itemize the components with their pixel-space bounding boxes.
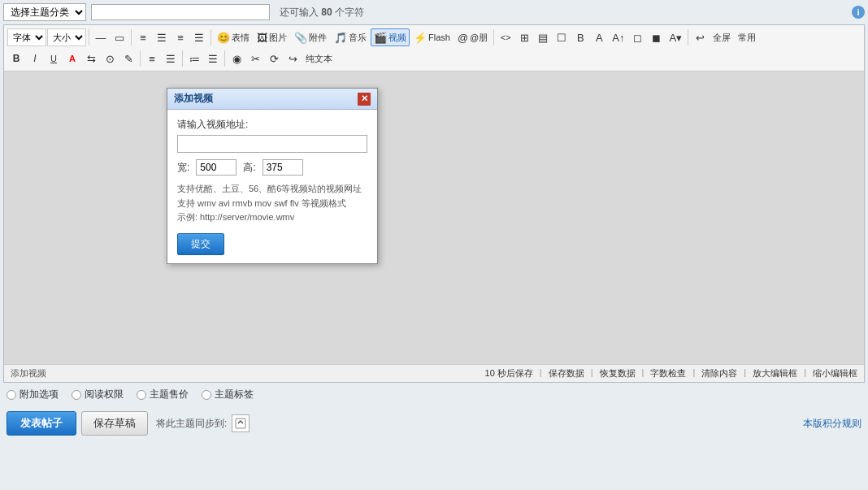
height-label: 高: <box>243 161 255 175</box>
more-btn2[interactable]: B <box>571 28 589 46</box>
draft-button[interactable]: 保存草稿 <box>81 411 148 436</box>
undo-button[interactable]: ↩ <box>691 28 709 46</box>
char-count-number: 80 <box>321 7 332 18</box>
fullscreen-label: 全屏 <box>713 32 731 44</box>
table-button[interactable]: ⊞ <box>515 28 533 46</box>
format-btn3[interactable]: ✎ <box>119 50 137 67</box>
align-right-button[interactable]: ≡ <box>171 28 189 46</box>
code-button[interactable]: <> <box>497 28 514 46</box>
align-left-icon: ≡ <box>140 33 146 43</box>
option-add-options[interactable]: 附加选项 <box>7 388 59 401</box>
more-btn6[interactable]: ◼ <box>647 28 665 46</box>
restore-data-link[interactable]: 恢复数据 <box>600 367 636 379</box>
modal-info: 支持优酷、土豆、56、酷6等视频站的视频网址 支持 wmv avi rmvb m… <box>177 182 367 225</box>
title-input[interactable] <box>91 4 270 20</box>
music-label: 音乐 <box>349 32 367 44</box>
editor-body[interactable]: 添加视频 ✕ 请输入视频地址: 宽: 高: 支持优酷、土豆、56、酷6等视频站的… <box>4 72 864 364</box>
more-btn5[interactable]: ◻ <box>628 28 646 46</box>
emoticon-label: 表情 <box>232 32 250 44</box>
word-check-link[interactable]: 字数检查 <box>650 367 686 379</box>
box-icon: ▭ <box>115 33 124 43</box>
more-btn4[interactable]: A↑ <box>609 28 627 46</box>
more-btn1[interactable]: ☐ <box>553 28 571 46</box>
music-button[interactable]: 🎵 音乐 <box>331 28 370 46</box>
video-url-input[interactable] <box>177 135 367 153</box>
more-row2-1[interactable]: ◉ <box>228 50 245 67</box>
format-btn2[interactable]: ⊙ <box>101 50 119 67</box>
shrink-editor-link[interactable]: 缩小编辑框 <box>813 367 857 379</box>
expand-editor-link[interactable]: 放大编辑框 <box>753 367 797 379</box>
align-left-button[interactable]: ≡ <box>134 28 152 46</box>
list-ul-button[interactable]: ☰ <box>204 50 222 67</box>
color-icon: A <box>69 54 76 63</box>
option-topic-price[interactable]: 主题售价 <box>137 388 189 401</box>
modal-header: 添加视频 ✕ <box>167 89 377 110</box>
image-button[interactable]: 🖼 图片 <box>254 28 290 46</box>
auto-save-link[interactable]: 10 秒后保存 <box>485 367 533 379</box>
modal-title: 添加视频 <box>174 92 213 106</box>
fullscreen-button[interactable]: 全屏 <box>710 28 734 46</box>
table-icon: ⊞ <box>520 33 529 43</box>
sep3 <box>210 29 211 46</box>
undo-icon: ↩ <box>696 33 705 43</box>
bold-button[interactable]: B <box>7 50 25 67</box>
size-select[interactable]: 大小 <box>47 28 86 46</box>
sync-label: 将此主题同步到: <box>156 417 227 431</box>
plain-text-button[interactable]: 纯文本 <box>302 50 336 67</box>
align-justify-icon: ☰ <box>194 33 204 43</box>
font-select[interactable]: 字体 <box>7 28 46 46</box>
modal-close-button[interactable]: ✕ <box>358 93 371 106</box>
url-label: 请输入视频地址: <box>177 118 367 132</box>
option-topic-tags-label: 主题标签 <box>215 388 254 401</box>
option-topic-tags[interactable]: 主题标签 <box>202 388 254 401</box>
list-ol-button[interactable]: ≔ <box>185 50 203 67</box>
color-button[interactable]: A <box>63 50 81 67</box>
align-left2-button[interactable]: ≡ <box>143 50 161 67</box>
modal-submit-button[interactable]: 提交 <box>177 233 224 255</box>
attach-label: 附件 <box>309 32 327 44</box>
underline-button[interactable]: U <box>45 50 63 67</box>
radio-topic-tags <box>202 390 211 400</box>
height-input[interactable] <box>263 159 303 176</box>
more-row2-3[interactable]: ⟳ <box>265 50 283 67</box>
sync-icon-button[interactable] <box>232 414 250 432</box>
video-label: 视频 <box>388 32 406 44</box>
redo-button[interactable]: ↪ <box>284 50 302 67</box>
emoticon-button[interactable]: 😊 表情 <box>214 28 253 46</box>
sep4 <box>493 29 494 46</box>
more-btn3[interactable]: A <box>590 28 608 46</box>
score-link[interactable]: 本版积分规则 <box>803 417 861 431</box>
box-button[interactable]: ▭ <box>111 28 128 46</box>
align-justify-button[interactable]: ☰ <box>190 28 208 46</box>
image-label: 图片 <box>269 32 287 44</box>
option-read-rights[interactable]: 阅读权限 <box>72 388 124 401</box>
width-label: 宽: <box>177 161 189 175</box>
at-button[interactable]: @ @朋 <box>454 28 491 46</box>
category-select[interactable]: 选择主题分类 <box>3 3 86 21</box>
page-wrapper: 选择主题分类 还可输入 80 个字符 i 字体 大小 — <box>0 0 868 490</box>
flash-button[interactable]: ⚡ Flash <box>410 28 454 46</box>
flash-label: Flash <box>428 33 450 42</box>
post-button[interactable]: 发表帖子 <box>7 411 76 436</box>
plain-text-label: 纯文本 <box>306 53 332 65</box>
align-center-button[interactable]: ☰ <box>153 28 171 46</box>
more-row2-2[interactable]: ✂ <box>246 50 264 67</box>
info-icon[interactable]: i <box>852 6 865 19</box>
attach-button[interactable]: 📎 附件 <box>291 28 330 46</box>
char-count: 还可输入 80 个字符 <box>280 6 364 20</box>
sep5 <box>688 29 688 46</box>
width-input[interactable] <box>196 159 237 176</box>
clear-content-link[interactable]: 清除内容 <box>701 367 737 379</box>
common-button[interactable]: 常用 <box>735 28 759 46</box>
italic-button[interactable]: I <box>26 50 44 67</box>
underline-icon: U <box>50 54 57 63</box>
hr-button[interactable]: — <box>92 28 110 46</box>
frame-button[interactable]: ▤ <box>534 28 552 46</box>
align-center2-button[interactable]: ☰ <box>162 50 180 67</box>
more-btn7[interactable]: A▾ <box>666 28 685 46</box>
format-btn1[interactable]: ⇆ <box>82 50 100 67</box>
image-icon: 🖼 <box>257 33 267 43</box>
emoticon-icon: 😊 <box>217 33 230 43</box>
save-data-link[interactable]: 保存数据 <box>549 367 584 379</box>
video-button[interactable]: 🎬 视频 <box>371 28 410 46</box>
